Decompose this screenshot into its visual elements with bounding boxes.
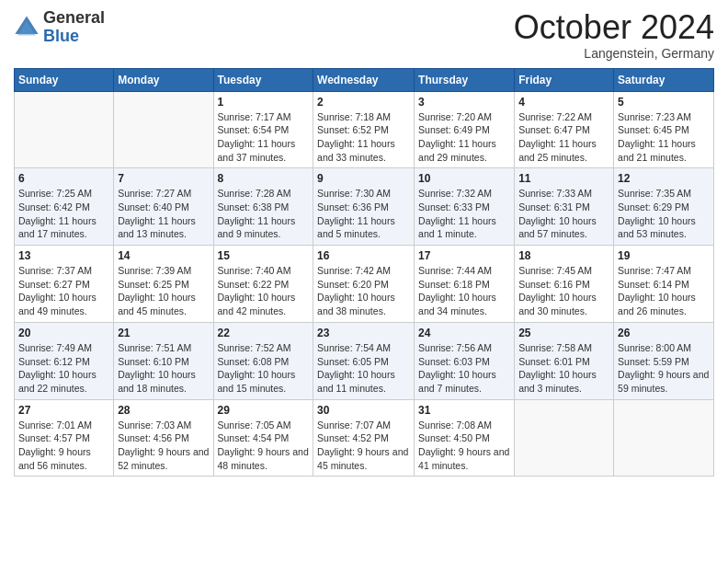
calendar-cell: 26Sunrise: 8:00 AM Sunset: 5:59 PM Dayli… (614, 322, 714, 399)
calendar-cell: 19Sunrise: 7:47 AM Sunset: 6:14 PM Dayli… (614, 246, 714, 323)
calendar-cell: 18Sunrise: 7:45 AM Sunset: 6:16 PM Dayli… (515, 246, 614, 323)
calendar-cell: 31Sunrise: 7:08 AM Sunset: 4:50 PM Dayli… (415, 399, 515, 477)
calendar-cell: 3Sunrise: 7:20 AM Sunset: 6:49 PM Daylig… (415, 91, 515, 168)
day-info: Sunrise: 7:01 AM Sunset: 4:57 PM Dayligh… (18, 419, 109, 473)
col-header-friday: Friday (515, 68, 614, 91)
day-number: 2 (317, 96, 410, 109)
logo-general: General (43, 8, 105, 27)
day-info: Sunrise: 7:17 AM Sunset: 6:54 PM Dayligh… (218, 110, 310, 165)
day-info: Sunrise: 7:07 AM Sunset: 4:52 PM Dayligh… (317, 419, 410, 473)
col-header-thursday: Thursday (415, 68, 515, 91)
logo-text: General Blue (43, 9, 105, 46)
month-title: October 2024 (514, 9, 714, 46)
calendar-cell: 11Sunrise: 7:33 AM Sunset: 6:31 PM Dayli… (515, 168, 614, 246)
col-header-sunday: Sunday (15, 68, 114, 91)
calendar-cell: 4Sunrise: 7:22 AM Sunset: 6:47 PM Daylig… (515, 91, 614, 168)
day-info: Sunrise: 7:18 AM Sunset: 6:52 PM Dayligh… (317, 110, 410, 165)
col-header-wednesday: Wednesday (313, 68, 415, 91)
day-number: 12 (618, 172, 710, 185)
day-number: 23 (317, 327, 410, 339)
day-info: Sunrise: 7:45 AM Sunset: 6:16 PM Dayligh… (518, 264, 609, 318)
day-info: Sunrise: 7:05 AM Sunset: 4:54 PM Dayligh… (218, 419, 310, 473)
calendar-cell: 8Sunrise: 7:28 AM Sunset: 6:38 PM Daylig… (213, 168, 313, 246)
calendar-cell: 1Sunrise: 7:17 AM Sunset: 6:54 PM Daylig… (213, 91, 313, 168)
calendar-cell: 27Sunrise: 7:01 AM Sunset: 4:57 PM Dayli… (15, 399, 114, 477)
calendar-cell: 24Sunrise: 7:56 AM Sunset: 6:03 PM Dayli… (415, 322, 515, 399)
col-header-monday: Monday (114, 68, 213, 91)
day-number: 13 (18, 249, 109, 262)
calendar-cell: 28Sunrise: 7:03 AM Sunset: 4:56 PM Dayli… (114, 399, 213, 477)
day-number: 19 (618, 249, 710, 262)
calendar-cell: 22Sunrise: 7:52 AM Sunset: 6:08 PM Dayli… (213, 322, 313, 399)
calendar-cell: 6Sunrise: 7:25 AM Sunset: 6:42 PM Daylig… (15, 168, 114, 246)
calendar-cell: 29Sunrise: 7:05 AM Sunset: 4:54 PM Dayli… (213, 399, 313, 477)
calendar-cell (614, 399, 714, 477)
day-info: Sunrise: 7:27 AM Sunset: 6:40 PM Dayligh… (118, 187, 209, 241)
calendar-cell: 13Sunrise: 7:37 AM Sunset: 6:27 PM Dayli… (15, 246, 114, 323)
day-info: Sunrise: 7:42 AM Sunset: 6:20 PM Dayligh… (317, 264, 410, 318)
calendar-header-row: SundayMondayTuesdayWednesdayThursdayFrid… (15, 68, 714, 91)
calendar-table: SundayMondayTuesdayWednesdayThursdayFrid… (14, 68, 714, 477)
day-info: Sunrise: 7:25 AM Sunset: 6:42 PM Dayligh… (18, 187, 109, 241)
day-info: Sunrise: 7:35 AM Sunset: 6:29 PM Dayligh… (618, 187, 710, 241)
day-number: 1 (218, 96, 310, 109)
day-number: 18 (518, 249, 609, 262)
calendar-cell (515, 399, 614, 477)
day-info: Sunrise: 7:51 AM Sunset: 6:10 PM Dayligh… (118, 341, 209, 396)
day-info: Sunrise: 7:37 AM Sunset: 6:27 PM Dayligh… (18, 264, 109, 318)
calendar-cell: 2Sunrise: 7:18 AM Sunset: 6:52 PM Daylig… (313, 91, 415, 168)
day-number: 24 (418, 327, 510, 339)
calendar-week-row: 27Sunrise: 7:01 AM Sunset: 4:57 PM Dayli… (15, 399, 714, 477)
day-number: 29 (218, 404, 310, 417)
calendar-cell: 9Sunrise: 7:30 AM Sunset: 6:36 PM Daylig… (313, 168, 415, 246)
logo: General Blue (14, 9, 105, 46)
header: General Blue October 2024 Langenstein, G… (14, 9, 714, 61)
day-info: Sunrise: 7:56 AM Sunset: 6:03 PM Dayligh… (418, 341, 510, 396)
day-number: 22 (218, 327, 310, 339)
day-info: Sunrise: 7:39 AM Sunset: 6:25 PM Dayligh… (118, 264, 209, 318)
day-info: Sunrise: 7:49 AM Sunset: 6:12 PM Dayligh… (18, 341, 109, 396)
day-info: Sunrise: 7:30 AM Sunset: 6:36 PM Dayligh… (317, 187, 410, 241)
calendar-cell (114, 91, 213, 168)
day-number: 8 (218, 172, 310, 185)
calendar-cell: 15Sunrise: 7:40 AM Sunset: 6:22 PM Dayli… (213, 246, 313, 323)
day-info: Sunrise: 7:23 AM Sunset: 6:45 PM Dayligh… (618, 110, 710, 165)
day-number: 11 (518, 172, 609, 185)
day-info: Sunrise: 7:54 AM Sunset: 6:05 PM Dayligh… (317, 341, 410, 396)
day-info: Sunrise: 7:28 AM Sunset: 6:38 PM Dayligh… (218, 187, 310, 241)
day-number: 14 (118, 249, 209, 262)
day-info: Sunrise: 8:00 AM Sunset: 5:59 PM Dayligh… (618, 341, 710, 396)
day-info: Sunrise: 7:03 AM Sunset: 4:56 PM Dayligh… (118, 419, 209, 473)
day-info: Sunrise: 7:44 AM Sunset: 6:18 PM Dayligh… (418, 264, 510, 318)
calendar-cell: 14Sunrise: 7:39 AM Sunset: 6:25 PM Dayli… (114, 246, 213, 323)
day-info: Sunrise: 7:08 AM Sunset: 4:50 PM Dayligh… (418, 419, 510, 473)
calendar-cell: 12Sunrise: 7:35 AM Sunset: 6:29 PM Dayli… (614, 168, 714, 246)
calendar-cell: 5Sunrise: 7:23 AM Sunset: 6:45 PM Daylig… (614, 91, 714, 168)
calendar-cell: 30Sunrise: 7:07 AM Sunset: 4:52 PM Dayli… (313, 399, 415, 477)
day-info: Sunrise: 7:20 AM Sunset: 6:49 PM Dayligh… (418, 110, 510, 165)
calendar-cell: 23Sunrise: 7:54 AM Sunset: 6:05 PM Dayli… (313, 322, 415, 399)
day-info: Sunrise: 7:33 AM Sunset: 6:31 PM Dayligh… (518, 187, 609, 241)
day-number: 9 (317, 172, 410, 185)
day-number: 16 (317, 249, 410, 262)
day-number: 6 (18, 172, 109, 185)
calendar-cell: 16Sunrise: 7:42 AM Sunset: 6:20 PM Dayli… (313, 246, 415, 323)
calendar-cell: 10Sunrise: 7:32 AM Sunset: 6:33 PM Dayli… (415, 168, 515, 246)
day-number: 20 (18, 327, 109, 339)
day-info: Sunrise: 7:58 AM Sunset: 6:01 PM Dayligh… (518, 341, 609, 396)
day-info: Sunrise: 7:22 AM Sunset: 6:47 PM Dayligh… (518, 110, 609, 165)
day-number: 17 (418, 249, 510, 262)
calendar-week-row: 13Sunrise: 7:37 AM Sunset: 6:27 PM Dayli… (15, 246, 714, 323)
day-number: 10 (418, 172, 510, 185)
calendar-cell: 25Sunrise: 7:58 AM Sunset: 6:01 PM Dayli… (515, 322, 614, 399)
day-number: 4 (518, 96, 609, 109)
day-number: 3 (418, 96, 510, 109)
day-info: Sunrise: 7:32 AM Sunset: 6:33 PM Dayligh… (418, 187, 510, 241)
day-number: 28 (118, 404, 209, 417)
day-number: 7 (118, 172, 209, 185)
day-number: 30 (317, 404, 410, 417)
day-number: 15 (218, 249, 310, 262)
day-number: 21 (118, 327, 209, 339)
logo-icon (14, 15, 40, 40)
calendar-cell: 20Sunrise: 7:49 AM Sunset: 6:12 PM Dayli… (15, 322, 114, 399)
